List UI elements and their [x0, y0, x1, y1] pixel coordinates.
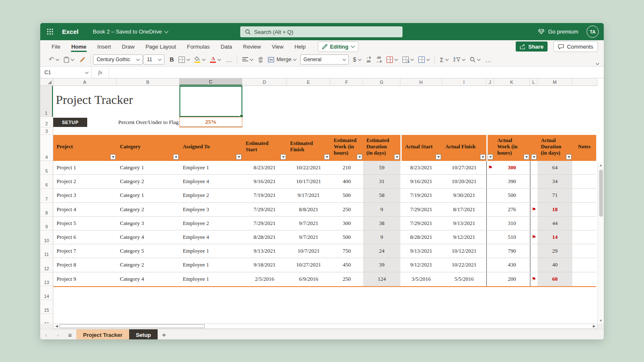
cell-flag-work[interactable]: [486, 217, 494, 230]
cell-assigned[interactable]: Employee 1: [179, 161, 242, 174]
menu-tab-data[interactable]: Data: [215, 40, 237, 53]
cell-act-work[interactable]: 510: [494, 230, 530, 244]
cell-flag-work[interactable]: [486, 175, 494, 188]
cell-est-finish[interactable]: 9/17/2021: [287, 189, 330, 202]
cell-project[interactable]: Project 8: [53, 258, 117, 272]
cell-act-start[interactable]: 3/5/2016: [400, 272, 442, 286]
cell-est-dur[interactable]: 9: [363, 203, 400, 216]
number-format-select[interactable]: General: [300, 54, 349, 65]
cell-flag-work[interactable]: [486, 230, 494, 244]
cell-est-finish[interactable]: 9/7/2021: [287, 217, 330, 230]
table-header-project[interactable]: Project: [53, 135, 117, 161]
sheet-tab-setup[interactable]: Setup: [129, 329, 158, 339]
cell-act-finish[interactable]: 10/22/2021: [442, 258, 486, 272]
column-header-g[interactable]: G: [363, 78, 400, 85]
column-header-j[interactable]: J: [486, 78, 494, 85]
menu-tab-draw[interactable]: Draw: [117, 40, 140, 53]
cell-est-dur[interactable]: 58: [363, 189, 400, 202]
undo-button[interactable]: ↶: [47, 55, 60, 64]
row-header-3[interactable]: 3: [40, 127, 53, 135]
row-header-13[interactable]: 13: [40, 272, 53, 286]
cell-project[interactable]: Project 5: [53, 217, 117, 230]
font-color-button[interactable]: A: [208, 55, 222, 64]
selected-cell-c1[interactable]: [179, 86, 242, 117]
avatar[interactable]: TA: [587, 26, 599, 38]
column-header-l[interactable]: L: [530, 78, 538, 85]
row-header-15[interactable]: 15: [40, 300, 53, 314]
table-header-actual-start[interactable]: Actual Start: [400, 135, 442, 161]
alignment-button[interactable]: [241, 56, 254, 63]
cell-category[interactable]: Category 2: [117, 175, 179, 188]
cell-flag-dur[interactable]: ⚑: [530, 203, 538, 216]
cell-project[interactable]: Project 2: [53, 175, 117, 188]
cell-est-finish[interactable]: 9/7/2021: [287, 230, 330, 244]
cell-project[interactable]: Project 9: [53, 272, 117, 286]
cell-est-start[interactable]: 8/23/2021: [242, 161, 287, 174]
cell-category[interactable]: Category 2: [117, 258, 179, 272]
cell-category[interactable]: Category 1: [117, 189, 179, 202]
row-header-9[interactable]: 9: [40, 217, 53, 230]
column-header-blank[interactable]: [572, 78, 597, 85]
cell-act-dur[interactable]: 14: [538, 230, 572, 244]
decrease-decimal-button[interactable]: .00→.0: [374, 54, 383, 65]
cell-flag-work[interactable]: [486, 272, 494, 286]
cell-notes[interactable]: [572, 203, 596, 216]
ribbon-overflow-button[interactable]: …: [483, 55, 493, 64]
table-header-actual-finish[interactable]: Actual Finish: [442, 135, 486, 161]
cell-flag-work[interactable]: [486, 258, 494, 272]
filter-button[interactable]: [280, 154, 286, 160]
filter-button[interactable]: [524, 154, 529, 160]
cell-flag-work[interactable]: ⚑: [486, 161, 494, 174]
cell-notes[interactable]: [572, 161, 596, 174]
vertical-scrollbar[interactable]: ▲ ▼: [597, 162, 604, 323]
cell-act-dur[interactable]: 40: [538, 258, 572, 272]
cell-act-finish[interactable]: 10/27/2021: [442, 161, 486, 174]
menu-tab-formulas[interactable]: Formulas: [182, 40, 215, 53]
cell-act-dur[interactable]: 34: [538, 175, 572, 188]
filter-button[interactable]: [110, 154, 116, 160]
sheet-tab-project-tracker[interactable]: Project Tracker: [76, 329, 129, 339]
row-header-7[interactable]: 7: [40, 189, 53, 202]
row-header-10[interactable]: 10: [40, 230, 53, 244]
cell-est-finish[interactable]: 10/7/2021: [287, 244, 330, 258]
cell-category[interactable]: Category 2: [117, 203, 179, 216]
cell-assigned[interactable]: Employee 2: [179, 189, 242, 202]
borders-button[interactable]: [177, 55, 191, 64]
column-header-f[interactable]: F: [330, 78, 363, 85]
cell-est-finish[interactable]: 8/8/2021: [287, 203, 330, 216]
cell-est-dur[interactable]: 24: [363, 244, 400, 258]
cell-flag-work[interactable]: [486, 203, 494, 216]
cell-act-start[interactable]: 8/23/2021: [400, 161, 442, 174]
cell-est-work[interactable]: 210: [330, 161, 363, 174]
font-size-select[interactable]: 11: [143, 54, 164, 65]
row-header-11[interactable]: 11: [40, 244, 53, 258]
cell-act-start[interactable]: 7/29/2021: [400, 203, 442, 216]
cell-act-dur[interactable]: 60: [538, 272, 572, 286]
cell-notes[interactable]: [572, 217, 596, 230]
name-box[interactable]: C1: [40, 67, 92, 78]
cell-flag-work[interactable]: [486, 244, 494, 258]
go-premium-button[interactable]: Go premium: [538, 28, 578, 35]
column-header-a[interactable]: A: [53, 78, 117, 85]
cell-est-start[interactable]: 9/18/2021: [242, 258, 287, 272]
percent-flag-value-cell[interactable]: 25%: [179, 117, 242, 127]
cell-act-dur[interactable]: 44: [538, 217, 572, 230]
cell-act-start[interactable]: 9/16/2021: [400, 175, 442, 188]
cell-assigned[interactable]: Employee 4: [179, 230, 242, 244]
cell-est-finish[interactable]: 10/27/2021: [287, 258, 330, 272]
cell-flag-dur[interactable]: [530, 161, 538, 174]
cell-est-work[interactable]: 300: [330, 217, 363, 230]
cell-act-dur[interactable]: 64: [538, 161, 572, 174]
cell-est-start[interactable]: 9/13/2021: [242, 244, 287, 258]
setup-button[interactable]: SETUP: [53, 118, 87, 127]
table-header-actual-duration-in-days-[interactable]: Actual Duration (in days): [538, 135, 572, 161]
cell-est-start[interactable]: 2/5/2016: [242, 272, 287, 286]
cell-est-work[interactable]: 750: [330, 244, 363, 258]
sheet-list-menu-icon[interactable]: ≡: [64, 329, 76, 339]
cell-act-finish[interactable]: 9/30/2021: [442, 189, 486, 202]
cell-category[interactable]: Category 5: [117, 244, 179, 258]
cell-category[interactable]: Category 1: [117, 161, 179, 174]
cell-act-finish[interactable]: 10/20/2021: [442, 175, 486, 188]
fill-color-button[interactable]: [193, 55, 207, 64]
merge-button[interactable]: Merge: [266, 55, 297, 64]
